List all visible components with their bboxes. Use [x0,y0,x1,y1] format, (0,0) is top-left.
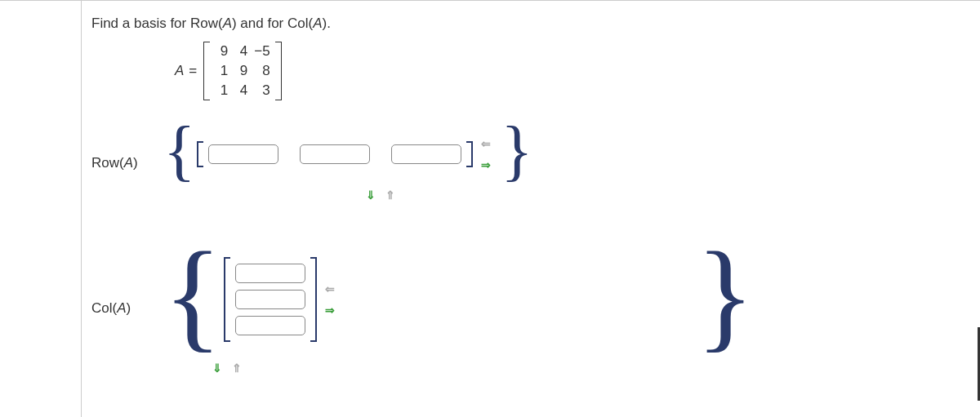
col-vec-input-2[interactable] [235,290,305,309]
row-label-prefix: Row( [91,155,124,171]
row-vec-input-1[interactable] [208,144,278,164]
q-mid: ) and for Col( [232,16,313,31]
m-0-1: 4 [234,43,247,60]
remove-vector-icon[interactable]: ⇑ [382,189,399,202]
col-label-suffix: ) [127,300,131,316]
col-vector-bracket [224,257,317,342]
left-sq-bracket-icon [197,141,203,167]
q-var-2: A [313,16,322,31]
m-1-2: 8 [254,63,270,79]
matrix-definition: A = 9 4 −5 1 9 8 1 4 3 [175,40,957,102]
vector-count-controls-col: ⇓ ⇑ [209,362,245,375]
col-vec-input-1[interactable] [235,264,305,283]
row-label-suffix: ) [133,155,138,171]
add-vector-icon[interactable]: ⇓ [363,189,379,202]
equals-sign: = [189,63,197,79]
matrix-grid: 9 4 −5 1 9 8 1 4 3 [212,42,273,100]
remove-vector-col-icon[interactable]: ⇑ [229,362,245,375]
row-vector-bracket [197,141,473,167]
column-controls-row: ⇐ ⇒ [478,137,494,171]
remove-column-icon[interactable]: ⇐ [478,137,494,150]
col-vec-input-3[interactable] [235,316,305,335]
add-column-icon[interactable]: ⇒ [478,158,494,171]
m-1-0: 1 [215,63,228,79]
right-sq-bracket-col-icon [310,257,317,342]
m-1-1: 9 [234,63,247,79]
question-text: Find a basis for Row(A) and for Col(A). [91,16,957,32]
remove-row-col-icon[interactable]: ⇐ [322,282,338,295]
left-bracket-icon [203,42,210,100]
row-vec-input-3[interactable] [391,144,461,164]
m-2-2: 3 [254,82,270,99]
add-row-col-icon[interactable]: ⇒ [322,304,338,317]
col-label-prefix: Col( [91,300,117,316]
matrix-letter: A [175,63,184,79]
right-bracket-icon [275,42,282,100]
row-label: Row(A) [91,155,162,171]
left-rail [0,1,82,417]
add-vector-col-icon[interactable]: ⇓ [209,362,225,375]
q-var-1: A [223,16,232,31]
row-label-var: A [124,155,133,171]
left-sq-bracket-col-icon [224,257,230,342]
m-0-0: 9 [215,43,228,60]
m-2-1: 4 [234,82,247,99]
q-suffix: ). [323,16,331,31]
row-vec-input-2[interactable] [300,144,370,164]
col-label: Col(A) [91,300,162,317]
vector-count-controls-row: ⇓ ⇑ [363,189,399,202]
m-0-2: −5 [254,43,270,60]
right-sq-bracket-icon [466,141,473,167]
col-label-var: A [117,300,126,316]
row-controls-col: ⇐ ⇒ [322,282,338,317]
q-prefix: Find a basis for Row( [91,16,223,31]
m-2-0: 1 [215,82,228,99]
